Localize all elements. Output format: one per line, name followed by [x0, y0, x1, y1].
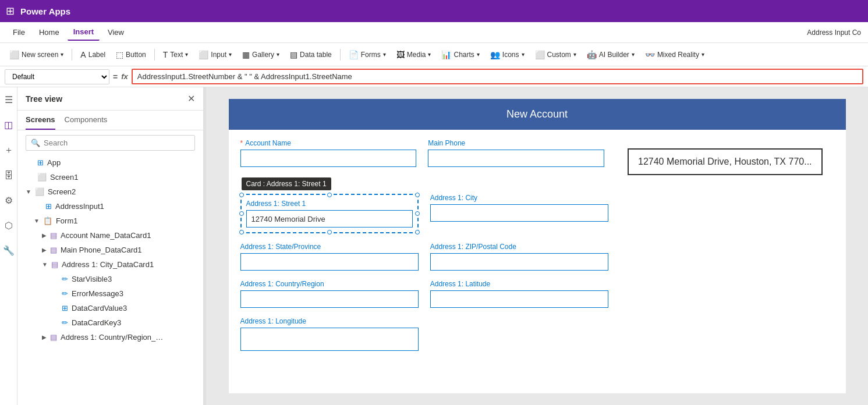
waffle-icon[interactable]: ⊞ [6, 5, 15, 17]
media-icon: 🖼 [396, 50, 405, 59]
errormessage3-icon: ✏ [62, 289, 68, 298]
layers-icon[interactable]: ◫ [2, 117, 15, 133]
text-btn-label: Text [170, 51, 183, 59]
custom-button[interactable]: ⬜ Custom ▾ [530, 47, 581, 62]
tree-item-label: Account Name_DataCard1 [61, 231, 151, 240]
form1-expand[interactable]: ▼ [34, 218, 40, 224]
search-icon: 🔍 [31, 138, 40, 147]
resize-handle-bc[interactable] [327, 230, 332, 235]
mixed-reality-button[interactable]: 👓 Mixed Reality ▾ [640, 47, 709, 62]
resize-handle-ml[interactable] [239, 211, 244, 216]
menu-file[interactable]: File [7, 24, 31, 40]
resize-handle-tl[interactable] [239, 193, 244, 197]
address-latitude-input[interactable] [430, 290, 608, 308]
breadcrumb-title: Address Input Co [807, 29, 861, 37]
tree-item-label: ErrorMessage3 [72, 289, 123, 298]
tools-icon[interactable]: 🔧 [1, 243, 17, 258]
plus-icon[interactable]: ＋ [2, 142, 16, 159]
icons-icon: 👥 [490, 50, 500, 59]
resize-handle-mr[interactable] [415, 211, 420, 216]
ai-builder-icon: 🤖 [587, 50, 597, 59]
addresscity-expand[interactable]: ▼ [42, 261, 48, 268]
text-chevron: ▾ [185, 51, 188, 58]
charts-button[interactable]: 📊 Charts ▾ [437, 47, 484, 62]
new-screen-icon: ⬜ [9, 50, 19, 59]
tree-item-label: Screen2 [48, 187, 76, 196]
starvisible3-icon: ✏ [62, 275, 68, 283]
datatable-button[interactable]: ▤ Data table [285, 47, 336, 62]
address-zip-input[interactable] [430, 253, 608, 271]
tree-item-app[interactable]: ⊞ App [17, 155, 203, 170]
addresscountry-expand[interactable]: ▶ [42, 334, 47, 340]
address-longitude-input[interactable] [240, 328, 419, 351]
input-button[interactable]: ⬜ Input ▾ [194, 47, 236, 62]
card-address-street[interactable]: Card : Address 1: Street 1 Addres [240, 194, 419, 233]
form-row-2: Card : Address 1: Street 1 Addres [240, 194, 834, 233]
tree-item-screen2[interactable]: ▼ ⬜ Screen2 [17, 184, 203, 199]
field-address-latitude: Address 1: Latitude [430, 280, 608, 308]
account-name-input[interactable] [240, 150, 417, 167]
field-main-phone: Main Phone [428, 139, 604, 184]
tree-close-button[interactable]: ✕ [187, 93, 195, 104]
address-street-input[interactable] [246, 210, 413, 228]
accountname-expand[interactable]: ▶ [42, 232, 47, 239]
resize-handle-tr[interactable] [415, 193, 420, 197]
formula-dropdown[interactable]: Default [5, 69, 109, 84]
media-button[interactable]: 🖼 Media ▾ [392, 47, 436, 62]
tree-item-addresscountry-datacard[interactable]: ▶ ▤ Address 1: Country/Region_DataCar... [17, 330, 203, 344]
text-button[interactable]: T Text ▾ [158, 47, 193, 62]
menu-home[interactable]: Home [33, 24, 65, 40]
label-button[interactable]: A Label [76, 47, 110, 62]
button-btn-label: Button [126, 51, 146, 59]
tree-item-screen1[interactable]: ⬜ Screen1 [17, 170, 203, 184]
result-display: 12740 Memorial Drive, Houston, TX 770... [628, 148, 823, 175]
menu-view[interactable]: View [102, 24, 130, 40]
gallery-button[interactable]: ▦ Gallery ▾ [238, 47, 284, 62]
mainphone-expand[interactable]: ▶ [42, 247, 47, 253]
tree-item-datacardvalue3[interactable]: ⊞ DataCardValue3 [17, 301, 203, 315]
tree-item-errormessage3[interactable]: ✏ ErrorMessage3 [17, 286, 203, 301]
settings-icon[interactable]: ⚙ [2, 193, 15, 208]
database-icon[interactable]: 🗄 [2, 168, 16, 183]
tree-item-label: DataCardKey3 [72, 318, 121, 327]
icons-button[interactable]: 👥 Icons ▾ [486, 47, 529, 62]
resize-handle-tc[interactable] [327, 193, 332, 197]
tree-item-mainphone-datacard[interactable]: ▶ ▤ Main Phone_DataCard1 [17, 243, 203, 257]
mainphone-icon: ▤ [50, 246, 57, 254]
form-row-4: Address 1: Country/Region Address 1: Lat… [240, 280, 834, 308]
ai-builder-button[interactable]: 🤖 AI Builder ▾ [582, 47, 639, 62]
main-phone-input[interactable] [428, 150, 604, 167]
spacer-right-3 [620, 243, 834, 271]
tab-components[interactable]: Components [65, 111, 108, 130]
tree-item-accountname-datacard[interactable]: ▶ ▤ Account Name_DataCard1 [17, 228, 203, 243]
address-street-label: Address 1: Street 1 [246, 200, 413, 208]
tree-item-addressinput1[interactable]: ⊞ AddressInput1 [17, 199, 203, 214]
tree-item-starvisible3[interactable]: ✏ StarVisible3 [17, 272, 203, 286]
address-state-input[interactable] [240, 253, 419, 271]
resize-handle-bl[interactable] [239, 230, 244, 235]
tree-item-addresscity-datacard[interactable]: ▼ ▤ Address 1: City_DataCard1 [17, 257, 203, 272]
menu-insert[interactable]: Insert [68, 24, 100, 41]
variable-icon[interactable]: ⬡ [2, 218, 15, 233]
button-button[interactable]: ⬚ Button [111, 47, 151, 62]
new-screen-button[interactable]: ⬜ New screen ▾ [5, 47, 68, 62]
icons-btn-label: Icons [502, 51, 519, 59]
address-city-input[interactable] [430, 204, 608, 222]
form1-icon: 📋 [43, 216, 52, 225]
input-chevron: ▾ [229, 51, 232, 58]
spacer-right-4 [620, 280, 834, 308]
tree-item-datacardkey3[interactable]: ✏ DataCardKey3 [17, 315, 203, 330]
formula-input[interactable]: AddressInput1.StreetNumber & " " & Addre… [132, 69, 863, 84]
screen2-expand[interactable]: ▼ [26, 189, 31, 195]
hamburger-icon[interactable]: ☰ [2, 92, 15, 108]
side-icons-panel: ☰ ◫ ＋ 🗄 ⚙ ⬡ 🔧 [0, 87, 17, 405]
resize-handle-br[interactable] [415, 230, 420, 235]
tab-screens[interactable]: Screens [26, 111, 55, 130]
field-address-country: Address 1: Country/Region [240, 280, 419, 308]
forms-button[interactable]: 📄 Forms ▾ [344, 47, 391, 62]
search-input[interactable] [44, 138, 190, 147]
mixed-reality-chevron: ▾ [702, 51, 704, 58]
tree-search-box: 🔍 [26, 135, 195, 151]
tree-item-form1[interactable]: ▼ 📋 Form1 [17, 214, 203, 228]
address-country-input[interactable] [240, 290, 419, 308]
